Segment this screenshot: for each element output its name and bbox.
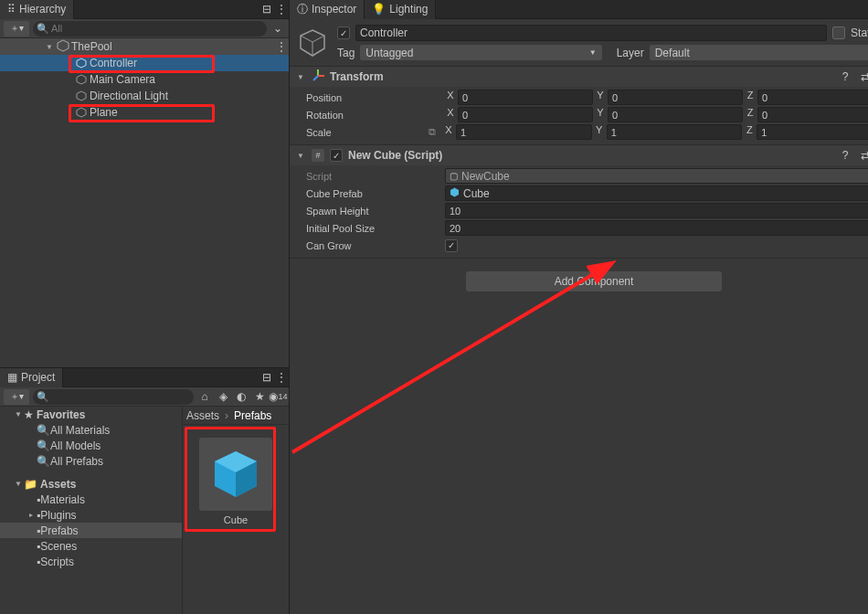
preset-icon[interactable]: ⇄ [858, 69, 868, 84]
chevron-right-icon: › [225, 409, 228, 422]
breadcrumb-item[interactable]: Prefabs [234, 409, 271, 422]
hierarchy-item-label: Directional Light [90, 90, 168, 102]
layer-dropdown[interactable]: Default ▼ [650, 45, 868, 60]
hierarchy-tab[interactable]: ⠿ Hierarchy [0, 0, 74, 19]
lighting-tab-label: Lighting [389, 3, 428, 16]
position-y-input[interactable] [608, 90, 743, 105]
fav-item[interactable]: 🔍 All Materials [0, 422, 182, 438]
script-reference-field[interactable]: ▢NewCube ◉ [445, 168, 868, 184]
asset-item-cube[interactable]: Cube [196, 438, 276, 525]
search-icon: 🔍 [37, 455, 50, 468]
folder-item[interactable]: ▪ Scenes [0, 538, 182, 554]
project-icon: ▦ [7, 371, 17, 384]
assets-label: Assets [40, 478, 76, 491]
panel-menu-icon[interactable]: ⋮ [274, 370, 289, 385]
fav-item[interactable]: 🔍 All Prefabs [0, 453, 182, 469]
favorite-icon[interactable]: ★ [252, 389, 267, 404]
foldout-icon[interactable]: ▼ [44, 43, 55, 51]
constrain-icon[interactable]: ⧉ [429, 126, 436, 138]
hierarchy-item-label: Plane [90, 106, 118, 119]
fav-item-label: All Materials [50, 424, 110, 437]
panel-menu-icon[interactable]: ⋮ [274, 2, 289, 16]
transform-component: ▼ Transform ? ⇄ ⋮ Position X Y Z Rotatio [290, 67, 868, 145]
rotation-x-input[interactable] [458, 107, 593, 122]
lock-icon[interactable]: ⊟ [259, 2, 274, 16]
folder-item[interactable]: ▪ Scripts [0, 554, 182, 569]
rotation-label: Rotation [295, 110, 441, 121]
hierarchy-item-controller[interactable]: Controller [0, 55, 289, 71]
scale-x-input[interactable] [456, 124, 592, 140]
gameobject-icon [75, 106, 88, 119]
preset-icon[interactable]: ⇄ [858, 148, 868, 163]
hierarchy-item-maincamera[interactable]: Main Camera [0, 71, 289, 88]
scale-z-input[interactable] [757, 124, 868, 140]
lock-icon[interactable]: ⊟ [259, 370, 274, 385]
svg-marker-4 [77, 108, 86, 117]
project-tab[interactable]: ▦ Project [0, 368, 63, 387]
visibility-icon[interactable]: ◉14 [270, 389, 285, 404]
folder-item[interactable]: ▸▪ Plugins [0, 507, 182, 523]
search-type-icon[interactable]: ◈ [216, 389, 230, 404]
hierarchy-tree[interactable]: ▼ ThePool ⋮ Controller Main Camera [0, 38, 289, 367]
unity-icon [57, 39, 69, 55]
chevron-down-icon: ▼ [589, 48, 597, 57]
gameobject-large-icon[interactable] [297, 27, 328, 58]
foldout-icon[interactable]: ▼ [295, 73, 306, 81]
add-component-button[interactable]: Add Component [466, 271, 722, 291]
scene-menu-icon[interactable]: ⋮ [274, 39, 289, 54]
layer-value: Default [655, 47, 690, 59]
spawnheight-input[interactable] [445, 203, 868, 218]
fav-item-label: All Models [50, 439, 101, 452]
initialpool-input[interactable] [445, 220, 868, 236]
fav-item-label: All Prefabs [50, 455, 103, 468]
hierarchy-search-input[interactable] [51, 23, 261, 34]
search-label-icon[interactable]: ◐ [234, 389, 249, 404]
hierarchy-item-plane[interactable]: Plane [0, 104, 289, 121]
hierarchy-item-dirlight[interactable]: Directional Light [0, 88, 289, 104]
script-label: Script [295, 171, 441, 182]
inspector-tab[interactable]: ⓘ Inspector [290, 0, 365, 19]
folder-label: Prefabs [40, 524, 78, 537]
folder-label: Scenes [40, 540, 77, 553]
scene-row[interactable]: ▼ ThePool ⋮ [0, 38, 289, 55]
add-asset-button[interactable]: ＋▾ [4, 389, 29, 405]
fav-item[interactable]: 🔍 All Models [0, 438, 182, 453]
static-checkbox[interactable] [832, 26, 845, 39]
folder-item-prefabs[interactable]: ▪ Prefabs [0, 523, 182, 538]
scale-y-input[interactable] [607, 124, 743, 140]
tag-dropdown[interactable]: Untagged ▼ [360, 45, 601, 60]
cubeprefab-value: Cube [463, 187, 490, 200]
rotation-y-input[interactable] [608, 107, 743, 122]
lighting-tab[interactable]: 💡 Lighting [365, 0, 436, 19]
rotation-z-input[interactable] [757, 107, 868, 122]
tag-value: Untagged [365, 47, 413, 59]
folder-item[interactable]: ▪ Materials [0, 492, 182, 507]
prefab-icon [450, 187, 460, 200]
help-icon[interactable]: ? [838, 69, 852, 84]
favorites-header[interactable]: ▼ ★ Favorites [0, 407, 182, 422]
project-search-input[interactable] [51, 391, 188, 402]
cubeprefab-field[interactable]: Cube ◉ [445, 185, 868, 201]
component-title: New Cube (Script) [348, 149, 832, 162]
project-search[interactable]: 🔍 [33, 389, 194, 405]
hierarchy-dropdown-icon[interactable]: ⌄ [270, 21, 285, 36]
asset-grid[interactable]: Cube [183, 425, 289, 614]
hierarchy-search[interactable]: 🔍 [33, 21, 267, 37]
help-icon[interactable]: ? [838, 148, 852, 163]
initialpool-label: Initial Pool Size [295, 223, 441, 234]
foldout-icon[interactable]: ▼ [295, 152, 306, 160]
add-gameobject-button[interactable]: ＋▾ [4, 21, 29, 37]
assets-header[interactable]: ▼ 📁 Assets [0, 476, 182, 492]
breadcrumb-item[interactable]: Assets [186, 409, 219, 422]
gameobject-name-input[interactable] [355, 25, 827, 41]
project-tree[interactable]: ▼ ★ Favorites 🔍 All Materials 🔍 All Mode… [0, 407, 183, 614]
gameobject-enabled-checkbox[interactable]: ✓ [337, 26, 350, 39]
hierarchy-item-label: Controller [90, 57, 137, 69]
position-z-input[interactable] [757, 90, 868, 105]
component-enabled-checkbox[interactable]: ✓ [330, 149, 343, 162]
position-x-input[interactable] [458, 90, 593, 105]
cangrow-checkbox[interactable]: ✓ [445, 239, 458, 252]
folder-label: Plugins [40, 509, 76, 522]
gameobject-icon [75, 90, 88, 102]
search-folder-icon[interactable]: ⌂ [197, 389, 212, 404]
